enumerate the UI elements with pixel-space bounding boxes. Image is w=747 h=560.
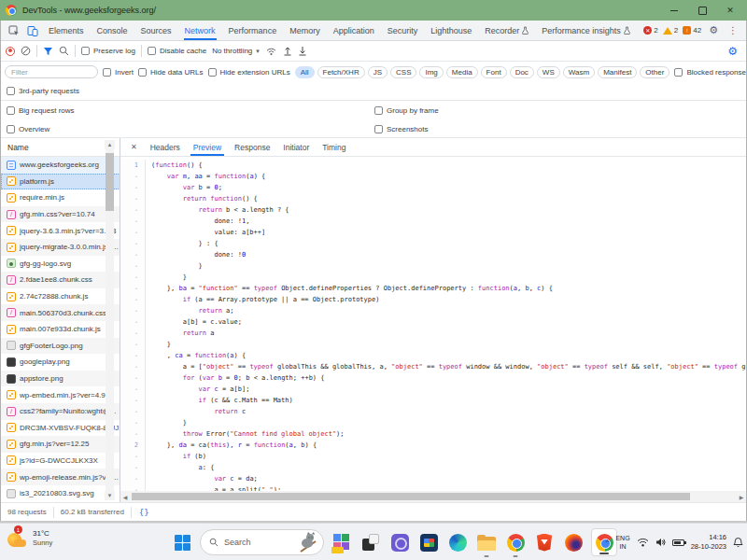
network-settings-gear-icon[interactable]: ⚙ [727,45,741,58]
filter-chip-wasm[interactable]: Wasm [563,66,595,78]
scroll-up-icon[interactable]: ▲ [105,140,115,149]
battery-icon[interactable] [672,539,684,546]
language-indicator[interactable]: ENGIN [615,534,629,551]
filter-funnel-icon[interactable] [43,47,53,56]
preview-tab-timing[interactable]: Timing [316,138,352,156]
request-list-scrollbar[interactable]: ▲ ▼ [105,140,115,500]
tab-memory[interactable]: Memory [283,21,327,40]
pretty-print-icon[interactable]: {} [132,508,157,517]
filter-chip-all[interactable]: All [295,66,315,78]
clock[interactable]: 14:16 28-10-2023 [691,533,726,552]
scroll-down-icon[interactable]: ▼ [105,491,115,500]
request-row[interactable]: main.007e933d.chunk.js [1,321,120,338]
close-panel-icon[interactable]: ✕ [126,143,142,151]
import-har-icon[interactable] [283,46,292,56]
record-network-log-icon[interactable] [6,47,15,56]
filter-chip-css[interactable]: CSS [390,66,416,78]
third-party-requests-checkbox[interactable]: 3rd-party requests [7,87,79,95]
request-row[interactable]: jquery-3.6.3.min.js?ver=3.6.3 [1,222,120,239]
request-row[interactable]: jquery-migrate-3.0.0.min.js?... [1,239,120,256]
notification-bell-icon[interactable] [733,537,743,548]
preview-tab-initiator[interactable]: Initiator [276,138,316,156]
preview-tab-response[interactable]: Response [228,138,276,156]
preview-tab-preview[interactable]: Preview [187,138,228,156]
filter-chip-js[interactable]: JS [368,66,388,78]
search-network-icon[interactable] [59,46,69,56]
filter-chip-img[interactable]: Img [419,66,443,78]
settings-gear-icon[interactable]: ⚙ [706,24,721,36]
filter-chip-fetch-xhr[interactable]: Fetch/XHR [317,66,365,78]
overview-checkbox[interactable]: Overview [7,125,49,133]
disable-cache-checkbox[interactable]: Disable cache [148,47,206,55]
start-button[interactable] [171,530,193,554]
request-row[interactable]: platform.js [1,174,120,190]
filter-chip-ws[interactable]: WS [537,66,560,78]
request-row[interactable]: 2.fdae1ee8.chunk.css [1,272,120,288]
filter-chip-font[interactable]: Font [481,66,507,78]
request-list-header[interactable]: Name [1,138,120,157]
big-request-rows-checkbox[interactable]: Big request rows [7,106,75,115]
devtools-menu-icon[interactable]: ⋮ [726,25,740,35]
request-row[interactable]: 2.74c72888.chunk.js [1,288,120,305]
scrollbar-thumb[interactable] [132,493,690,500]
clear-network-log-icon[interactable] [21,46,31,56]
taskbar-app-office[interactable] [331,530,353,554]
tab-application[interactable]: Application [327,21,381,40]
request-row[interactable]: main.506370d3.chunk.css [1,304,120,321]
tab-recorder[interactable]: Recorder [478,21,535,40]
checkbox[interactable] [81,47,90,55]
taskbar-app-firefox[interactable] [562,530,585,554]
taskbar-app-store[interactable] [417,530,440,554]
request-row[interactable]: googleplay.png [1,354,120,371]
request-row[interactable]: wp-embed.min.js?ver=4.9.8 [1,386,120,403]
group-by-frame-checkbox[interactable]: Group by frame [374,106,439,115]
request-row[interactable]: wp-emoji-release.min.js?ver... [1,469,120,485]
request-row[interactable]: gfgFooterLogo.png [1,338,120,355]
taskbar-app-brave[interactable] [533,530,556,554]
hide-data-urls-checkbox[interactable]: Hide data URLs [138,68,203,77]
tab-security[interactable]: Security [381,21,425,40]
request-row[interactable]: www.geeksforgeeks.org [1,157,120,174]
restore-button[interactable] [697,5,708,16]
minimize-button[interactable] [669,5,680,16]
close-button[interactable]: ✕ [725,5,736,16]
preserve-log-checkbox[interactable]: Preserve log [81,47,135,55]
tab-sources[interactable]: Sources [134,21,178,40]
tab-network[interactable]: Network [178,21,222,40]
tab-performance-insights[interactable]: Performance insights [535,21,637,40]
request-row[interactable]: DRC3M-XVBSV-FUQK8-83JJ... [1,420,120,437]
taskbar-app-chrome[interactable] [504,530,527,554]
code-viewer[interactable]: 1(function() {- var m, aa = function(a) … [120,157,746,491]
request-row[interactable]: js?id=G-DWCCJLKX3X [1,453,120,469]
wifi-icon[interactable] [637,538,649,547]
inspect-element-icon[interactable] [7,23,21,38]
scrollbar-thumb[interactable] [106,153,114,211]
filter-chip-manifest[interactable]: Manifest [598,66,637,78]
request-row[interactable]: appstore.png [1,371,120,387]
error-count[interactable]: ✕ 2 [643,26,657,35]
tab-performance[interactable]: Performance [222,21,284,40]
filter-chip-other[interactable]: Other [640,66,669,78]
checkbox[interactable] [148,47,156,55]
tab-elements[interactable]: Elements [42,21,91,40]
filter-chip-doc[interactable]: Doc [510,66,534,78]
taskbar-search-box[interactable]: Search [200,529,324,555]
tab-console[interactable]: Console [91,21,134,40]
code-horizontal-scrollbar[interactable]: ◀ ▶ [120,491,746,502]
scroll-right-icon[interactable]: ▶ [737,494,746,500]
request-row[interactable]: require.min.js [1,189,120,206]
weather-widget[interactable]: 1 31°C Sunny [6,527,52,550]
network-conditions-icon[interactable] [265,46,277,56]
request-row[interactable]: gfg.min.js?ver=12.25 [1,436,120,453]
screenshots-checkbox[interactable]: Screenshots [374,125,428,133]
filter-chip-media[interactable]: Media [446,66,478,78]
throttling-dropdown[interactable]: No throttling ▾ [212,47,260,55]
request-row[interactable]: gfg-gg-logo.svg [1,256,120,273]
blocked-response-cookies-checkbox[interactable]: Blocked response cookies [674,68,746,77]
request-row[interactable]: gfg.min.css?ver=10.74 [1,206,120,223]
preview-tab-headers[interactable]: Headers [144,138,187,156]
tab-lighthouse[interactable]: Lighthouse [424,21,478,40]
request-row[interactable]: css2?family=Nunito:wght@... [1,403,120,420]
taskbar-app-squares[interactable] [359,530,382,554]
taskbar-app-edge[interactable] [446,530,469,554]
